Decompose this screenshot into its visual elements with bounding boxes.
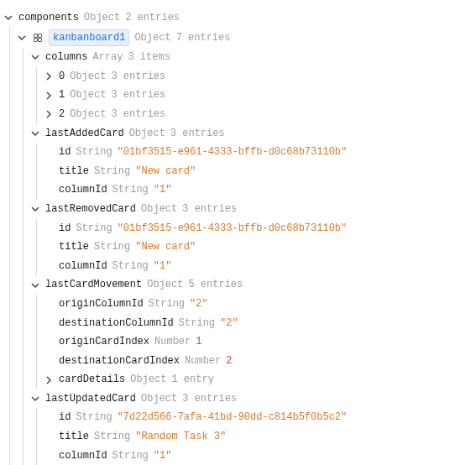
string-value: "7d22d566-7afa-41bd-90dd-c814b5f0b5c2" xyxy=(118,410,348,426)
leaf-spacer xyxy=(44,356,54,366)
tree-row[interactable]: 2 Object 3 entries xyxy=(44,105,469,124)
type-label: String xyxy=(112,259,149,274)
svg-rect-2 xyxy=(34,38,38,41)
key-label: lastUpdatedCard xyxy=(45,391,136,407)
type-label: String xyxy=(149,296,185,312)
type-label: Object xyxy=(70,107,106,123)
chevron-down-icon[interactable] xyxy=(30,128,40,138)
key-label: columnId xyxy=(59,448,107,464)
tree-row[interactable]: lastAddedCard Object 3 entries xyxy=(30,124,469,144)
chevron-right-icon[interactable] xyxy=(44,71,54,81)
chevron-down-icon[interactable] xyxy=(30,280,40,290)
tree-row[interactable]: lastCardMovement Object 5 entries xyxy=(30,275,469,295)
component-icon xyxy=(32,32,44,44)
tree-row[interactable]: 0 Object 3 entries xyxy=(44,67,469,86)
tree-row-root[interactable]: components Object 2 entries xyxy=(3,8,469,28)
tree-row-leaf[interactable]: id String "7d22d566-7afa-41bd-90dd-c814b… xyxy=(44,408,469,427)
key-label: 0 xyxy=(59,69,65,85)
number-value: 2 xyxy=(226,353,232,369)
key-label: columnId xyxy=(59,182,107,198)
object-tree: components Object 2 entries kanbanboard1… xyxy=(0,0,476,465)
type-label: Object xyxy=(141,391,177,407)
key-label: columns xyxy=(45,50,87,65)
key-label: originColumnId xyxy=(59,296,144,312)
key-label: id xyxy=(59,144,71,160)
type-label: String xyxy=(112,182,149,198)
leaf-spacer xyxy=(44,242,54,252)
tree-row-leaf[interactable]: title String "New card" xyxy=(44,238,469,257)
chevron-down-icon[interactable] xyxy=(30,394,40,404)
chevron-down-icon[interactable] xyxy=(17,33,27,43)
type-label: Object xyxy=(134,30,170,46)
tree-row-leaf[interactable]: columnId String "1" xyxy=(44,447,469,465)
type-label: Number xyxy=(154,334,191,350)
tree-row-leaf[interactable]: title String "Random Task 3" xyxy=(44,427,469,447)
type-label: String xyxy=(94,164,130,180)
tree-row-leaf[interactable]: id String "01bf3515-e961-4333-bffb-d0c68… xyxy=(44,219,469,238)
type-label: String xyxy=(76,144,112,160)
leaf-spacer xyxy=(44,261,54,271)
key-label: destinationCardIndex xyxy=(59,353,180,369)
type-label: String xyxy=(76,221,112,237)
key-label: title xyxy=(59,429,89,445)
chevron-down-icon[interactable] xyxy=(30,204,40,214)
type-label: String xyxy=(179,316,215,332)
tree-row-leaf[interactable]: id String "01bf3515-e961-4333-bffb-d0c68… xyxy=(44,143,469,162)
type-label: String xyxy=(112,448,149,464)
key-label: id xyxy=(59,410,71,426)
chevron-right-icon[interactable] xyxy=(44,91,54,101)
type-label: String xyxy=(94,429,130,445)
tree-row[interactable]: lastRemovedCard Object 3 entries xyxy=(30,200,469,219)
svg-rect-1 xyxy=(39,34,42,37)
count-label: 3 entries xyxy=(111,87,165,103)
leaf-spacer xyxy=(44,431,54,441)
chevron-down-icon[interactable] xyxy=(3,13,13,23)
tree-row-component[interactable]: kanbanboard1 Object 7 entries xyxy=(17,28,469,49)
key-label: components xyxy=(18,10,79,26)
tree-row-leaf[interactable]: destinationCardIndex Number 2 xyxy=(44,352,469,371)
string-value: "1" xyxy=(154,448,172,464)
count-label: 3 entries xyxy=(182,391,237,407)
tree-row-leaf[interactable]: originCardIndex Number 1 xyxy=(44,332,469,352)
tree-row-leaf[interactable]: destinationColumnId String "2" xyxy=(44,314,469,333)
type-label: Object xyxy=(130,372,166,388)
tree-row[interactable]: lastUpdatedCard Object 3 entries xyxy=(30,389,469,409)
chevron-right-icon[interactable] xyxy=(44,109,54,119)
tree-row-leaf[interactable]: originColumnId String "2" xyxy=(44,295,469,314)
leaf-spacer xyxy=(44,166,54,176)
key-label: title xyxy=(59,164,89,180)
count-label: 3 entries xyxy=(111,69,165,85)
type-label: Object xyxy=(147,277,183,293)
tree-row[interactable]: 1 Object 3 entries xyxy=(44,86,469,105)
chevron-down-icon[interactable] xyxy=(30,52,40,62)
count-label: 3 entries xyxy=(170,126,225,142)
chevron-right-icon[interactable] xyxy=(44,375,54,385)
tree-row-leaf[interactable]: title String "New card" xyxy=(44,162,469,181)
key-label: destinationColumnId xyxy=(59,316,174,332)
leaf-spacer xyxy=(44,451,54,461)
key-label: 2 xyxy=(59,107,65,123)
string-value: "New card" xyxy=(135,239,196,255)
key-label: kanbanboard1 xyxy=(53,32,125,44)
leaf-spacer xyxy=(44,147,54,157)
type-label: Object xyxy=(70,87,106,103)
type-label: Object xyxy=(129,126,165,142)
type-label: Object xyxy=(84,10,120,26)
leaf-spacer xyxy=(44,223,54,233)
count-label: 1 entry xyxy=(171,372,213,388)
tree-row[interactable]: columns Array 3 items xyxy=(30,48,469,67)
string-value: "2" xyxy=(190,296,208,312)
tree-row-leaf[interactable]: columnId String "1" xyxy=(44,257,469,276)
tree-row[interactable]: cardDetails Object 1 entry xyxy=(44,370,469,389)
string-value: "1" xyxy=(154,182,172,198)
type-label: Array xyxy=(92,50,123,65)
leaf-spacer xyxy=(44,318,54,328)
key-label: lastRemovedCard xyxy=(45,201,136,217)
component-badge[interactable]: kanbanboard1 xyxy=(49,29,129,47)
count-label: 2 entries xyxy=(125,10,180,26)
tree-row-leaf[interactable]: columnId String "1" xyxy=(44,180,469,200)
leaf-spacer xyxy=(44,185,54,196)
key-label: id xyxy=(59,221,71,237)
type-label: String xyxy=(76,410,112,426)
key-label: cardDetails xyxy=(59,372,125,388)
